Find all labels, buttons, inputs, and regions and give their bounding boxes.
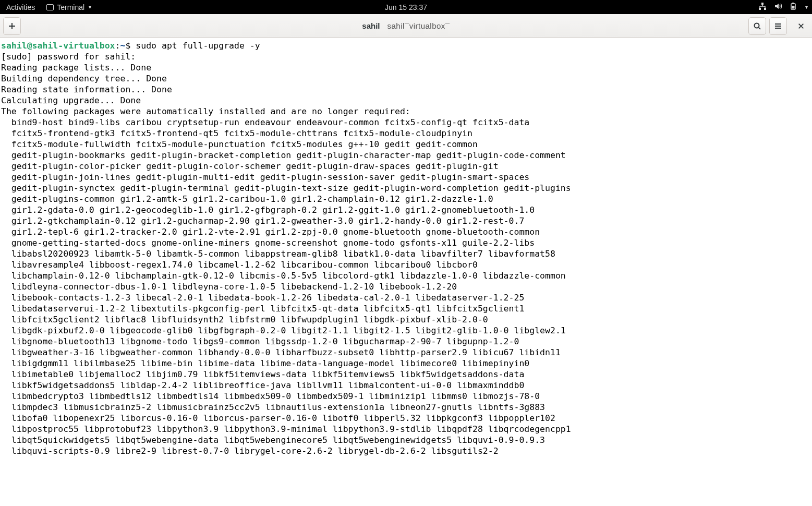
- package-list-line: bind9-host bind9-libs caribou cryptsetup…: [1, 117, 811, 128]
- package-list-line: gedit-plugin-join-lines gedit-plugin-mul…: [1, 172, 811, 183]
- close-button[interactable]: [793, 18, 809, 34]
- app-menu[interactable]: Terminal ▾: [46, 3, 91, 11]
- package-list-line: libofa0 libopenexr25 liborcus-0.16-0 lib…: [1, 413, 811, 424]
- terminal-headerbar: sahil sahil¯virtualbox¯: [0, 14, 812, 38]
- package-list-line: libigdgmm11 libilmbase25 libime-bin libi…: [1, 358, 811, 369]
- gnome-top-bar: Activities Terminal ▾ Jun 15 23:37 ▾: [0, 0, 812, 14]
- package-list-line: libgweather-3-16 libgweather-common libh…: [1, 347, 811, 358]
- terminal-output[interactable]: sahil@sahil-virtualbox:~$ sudo apt full-…: [0, 38, 812, 506]
- package-list-line: libfcitx5gclient2 libflac8 libfluidsynth…: [1, 314, 811, 325]
- svg-rect-4: [792, 3, 794, 4]
- command-text: sudo apt full-upgrade -y: [136, 41, 260, 51]
- window-title-main: sahil: [362, 21, 380, 30]
- package-list-line: gir1.2-tepl-6 gir1.2-tracker-2.0 gir1.2-…: [1, 226, 811, 237]
- output-line: Reading state information... Done: [1, 84, 811, 95]
- package-list-line: gir1.2-gtkchamplain-0.12 gir1.2-gucharma…: [1, 215, 811, 226]
- package-list-line: libmpdec3 libmusicbrainz5-2 libmusicbrai…: [1, 402, 811, 413]
- svg-rect-2: [764, 8, 766, 10]
- clock[interactable]: Jun 15 23:37: [385, 3, 427, 11]
- package-list-line: libkf5widgetsaddons5 libldap-2.4-2 libli…: [1, 380, 811, 391]
- window-title-sub: sahil¯virtualbox¯: [387, 21, 450, 30]
- svg-rect-0: [761, 3, 763, 5]
- package-list-line: libedataserverui-1.2-2 libextutils-pkgco…: [1, 303, 811, 314]
- package-list-line: gedit-plugin-synctex gedit-plugin-termin…: [1, 183, 811, 194]
- output-line: Reading package lists... Done: [1, 62, 811, 73]
- prompt-path: ~: [120, 41, 125, 51]
- output-line: Calculating upgrade... Done: [1, 95, 811, 106]
- svg-rect-1: [759, 8, 761, 10]
- prompt-user-host: sahil@sahil-virtualbox: [1, 41, 115, 51]
- package-list-line: libgnome-bluetooth13 libgnome-todo libgs…: [1, 336, 811, 347]
- system-menu-caret-icon[interactable]: ▾: [805, 4, 808, 10]
- search-button[interactable]: [748, 17, 766, 35]
- svg-rect-5: [792, 6, 795, 9]
- output-line: Building dependency tree... Done: [1, 73, 811, 84]
- chevron-down-icon: ▾: [89, 4, 91, 10]
- package-list-line: libquvi-scripts-0.9 libre2-9 librest-0.7…: [1, 445, 811, 456]
- svg-point-6: [755, 23, 759, 28]
- activities-button[interactable]: Activities: [4, 3, 37, 11]
- package-list-line: libmbedcrypto3 libmbedtls12 libmbedtls14…: [1, 391, 811, 402]
- output-line: The following packages were automaticall…: [1, 106, 811, 117]
- package-list-line: libimetable0 libjemalloc2 libjim0.79 lib…: [1, 369, 811, 380]
- package-list-line: libpostproc55 libprotobuf23 libpython3.9…: [1, 424, 811, 435]
- package-list-line: libabsl20200923 libamtk-5-0 libamtk-5-co…: [1, 248, 811, 259]
- package-list-line: gedit-plugins-common gir1.2-amtk-5 gir1.…: [1, 194, 811, 204]
- package-list-line: libebook-contacts-1.2-3 libecal-2.0-1 li…: [1, 292, 811, 303]
- package-list-line: gedit-plugin-color-picker gedit-plugin-c…: [1, 161, 811, 172]
- output-line: [sudo] password for sahil:: [1, 51, 811, 62]
- package-list-line: fcitx5-module-fullwidth fcitx5-module-pu…: [1, 139, 811, 150]
- package-list-line: gedit-plugin-bookmarks gedit-plugin-brac…: [1, 150, 811, 161]
- prompt-line: sahil@sahil-virtualbox:~$ sudo apt full-…: [1, 40, 811, 51]
- package-list-line: libgdk-pixbuf2.0-0 libgeocode-glib0 libg…: [1, 325, 811, 336]
- package-list-line: fcitx5-frontend-gtk3 fcitx5-frontend-qt5…: [1, 128, 811, 139]
- volume-icon[interactable]: [774, 2, 782, 12]
- package-list-line: libchamplain-0.12-0 libchamplain-gtk-0.1…: [1, 270, 811, 281]
- network-icon[interactable]: [758, 2, 767, 12]
- package-list-line: libdleyna-connector-dbus-1.0-1 libdleyna…: [1, 281, 811, 292]
- app-menu-label: Terminal: [57, 3, 84, 11]
- package-list-line: gnome-getting-started-docs gnome-online-…: [1, 237, 811, 248]
- package-list-line: gir1.2-gdata-0.0 gir1.2-geocodeglib-1.0 …: [1, 204, 811, 215]
- new-tab-button[interactable]: [3, 17, 21, 35]
- battery-icon[interactable]: [790, 2, 798, 12]
- terminal-icon: [46, 4, 54, 10]
- package-list-line: libqt5quickwidgets5 libqt5webengine-data…: [1, 435, 811, 445]
- package-list-line: libavresample4 libboost-regex1.74.0 libc…: [1, 259, 811, 270]
- window-title: sahil sahil¯virtualbox¯: [362, 21, 450, 30]
- hamburger-menu-button[interactable]: [769, 17, 787, 35]
